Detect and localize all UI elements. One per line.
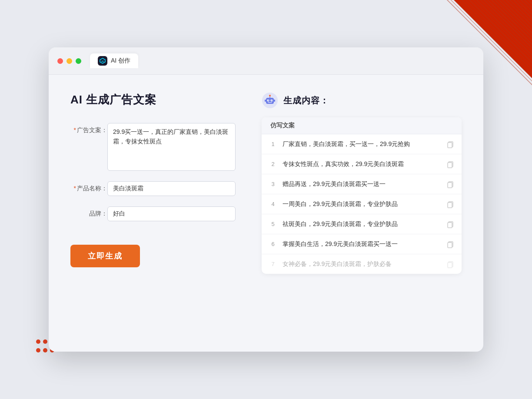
copy-icon[interactable] [446,200,455,209]
svg-point-6 [268,100,269,101]
brand-input[interactable] [107,206,236,221]
row-text: 女神必备，29.9元美白淡斑霜，护肤必备 [283,259,441,269]
ad-copy-row: *广告文案： [70,123,236,171]
row-number: 6 [269,241,277,247]
product-name-input[interactable] [107,181,236,196]
svg-rect-26 [448,263,452,268]
product-name-label: *产品名称： [70,181,107,193]
row-number: 2 [269,161,277,167]
row-text: 一周美白，29.9元美白淡斑霜，专业护肤品 [283,200,441,209]
svg-point-10 [269,95,271,96]
minimize-button[interactable] [66,58,72,64]
result-row: 3赠品再送，29.9元美白淡斑霜买一送一 [262,174,462,194]
svg-rect-8 [268,102,272,103]
result-rows-container: 1厂家直销，美白淡斑霜，买一送一，29.9元抢购 2专抹女性斑点，真实功效，29… [262,134,462,274]
svg-point-7 [272,100,273,101]
active-tab[interactable]: AI AI 创作 [90,53,138,68]
result-row: 4一周美白，29.9元美白淡斑霜，专业护肤品 [262,194,462,214]
result-row: 6掌握美白生活，29.9元美白淡斑霜买一送一 [262,234,462,254]
result-row: 5祛斑美白，29.9元美白淡斑霜，专业护肤品 [262,214,462,234]
maximize-button[interactable] [76,58,81,64]
result-title: 生成内容： [283,95,329,106]
product-required-star: * [74,185,76,192]
result-table: 仿写文案 1厂家直销，美白淡斑霜，买一送一，29.9元抢购 2专抹女性斑点，真实… [262,117,462,274]
window-controls [57,58,81,64]
result-row: 7女神必备，29.9元美白淡斑霜，护肤必备 [262,254,462,274]
row-number: 7 [269,261,277,267]
svg-rect-20 [448,203,452,208]
row-number: 3 [269,181,277,187]
svg-rect-3 [266,98,274,104]
row-text: 厂家直销，美白淡斑霜，买一送一，29.9元抢购 [283,140,441,149]
row-number: 1 [269,141,277,147]
svg-rect-24 [448,243,452,248]
ai-tab-icon: AI [98,56,107,66]
copy-icon[interactable] [446,140,455,149]
svg-rect-12 [274,100,275,102]
svg-rect-11 [265,100,266,102]
main-content: AI 生成广告文案 *广告文案： *产品名称： 品牌： 立 [49,75,483,291]
row-number: 4 [269,201,277,207]
page-title: AI 生成广告文案 [70,92,236,107]
browser-window: AI AI 创作 AI 生成广告文案 *广告文案： *产品名称： [49,47,483,352]
row-text: 掌握美白生活，29.9元美白淡斑霜买一送一 [283,239,441,249]
brand-label: 品牌： [70,206,107,218]
title-bar: AI AI 创作 [49,47,483,75]
close-button[interactable] [57,58,63,64]
copy-icon[interactable] [446,260,455,269]
result-table-header: 仿写文案 [262,117,462,134]
svg-text:AI: AI [101,60,104,63]
copy-icon[interactable] [446,240,455,249]
right-panel: 生成内容： 仿写文案 1厂家直销，美白淡斑霜，买一送一，29.9元抢购 2专抹女… [262,92,462,274]
left-panel: AI 生成广告文案 *广告文案： *产品名称： 品牌： 立 [70,92,236,274]
result-header: 生成内容： [262,92,462,109]
ad-copy-required-star: * [74,126,76,133]
result-row: 2专抹女性斑点，真实功效，29.9元美白淡斑霜 [262,154,462,174]
svg-rect-22 [448,223,452,228]
copy-icon[interactable] [446,180,455,189]
brand-row: 品牌： [70,206,236,221]
robot-icon [262,92,278,109]
row-text: 祛斑美白，29.9元美白淡斑霜，专业护肤品 [283,219,441,229]
row-text: 专抹女性斑点，真实功效，29.9元美白淡斑霜 [283,160,441,169]
tab-label: AI 创作 [111,57,130,65]
row-text: 赠品再送，29.9元美白淡斑霜买一送一 [283,180,441,189]
ad-copy-input[interactable] [107,123,236,171]
product-name-row: *产品名称： [70,181,236,196]
result-row: 1厂家直销，美白淡斑霜，买一送一，29.9元抢购 [262,134,462,154]
svg-rect-16 [448,163,452,168]
copy-icon[interactable] [446,160,455,169]
copy-icon[interactable] [446,220,455,229]
ad-copy-label: *广告文案： [70,123,107,134]
generate-button[interactable]: 立即生成 [70,245,140,267]
svg-rect-18 [448,183,452,188]
svg-rect-14 [448,143,452,148]
row-number: 5 [269,221,277,227]
